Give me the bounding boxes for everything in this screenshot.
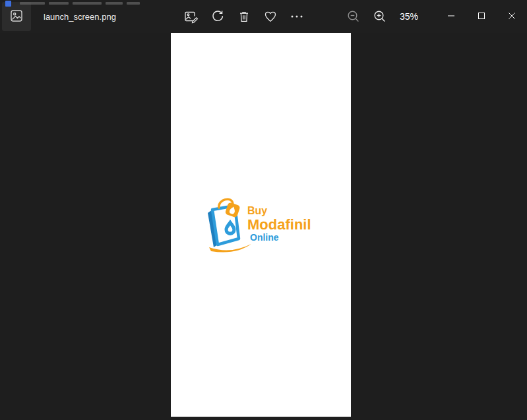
minimize-icon [447,12,455,22]
zoom-level-label[interactable]: 35% [393,0,425,33]
edit-image-button[interactable] [178,0,204,33]
shopping-bag-icon [208,199,251,252]
delete-button[interactable] [231,0,257,33]
photos-app-window: { "window": { "filename": "launch_screen… [0,0,527,420]
logo-text-buy: Buy [247,205,267,216]
photos-app-icon [9,8,24,26]
close-icon [508,12,516,22]
trash-icon [236,9,252,24]
edit-image-icon [183,9,199,24]
ellipsis-icon [289,9,305,24]
zoom-out-button[interactable] [340,0,367,33]
rotate-button[interactable] [204,0,231,33]
logo-text-modafinil: Modafinil [247,216,311,233]
image-canvas[interactable]: Buy Modafinil Online [171,33,351,417]
window-controls [436,0,527,33]
titlebar: launch_screen.png [0,0,527,33]
rotate-icon [210,9,226,24]
maximize-icon [478,12,485,22]
favorite-button[interactable] [257,0,284,33]
zoom-in-button[interactable] [367,0,393,33]
zoom-out-icon [346,9,361,24]
heart-icon [263,9,278,24]
logo-text-online: Online [250,232,279,243]
buy-modafinil-logo: Buy Modafinil Online [202,190,320,258]
toolbar [178,0,310,33]
logo-wordmark: Buy Modafinil Online [247,205,311,243]
more-button[interactable] [284,0,310,33]
maximize-button[interactable] [466,0,497,33]
minimize-button[interactable] [436,0,466,33]
photos-app-button[interactable] [2,2,31,31]
zoom-in-icon [372,9,388,24]
filename-label: launch_screen.png [44,12,116,22]
close-button[interactable] [497,0,527,33]
zoom-controls: 35% [340,0,425,33]
image-viewer: Buy Modafinil Online [0,33,527,420]
